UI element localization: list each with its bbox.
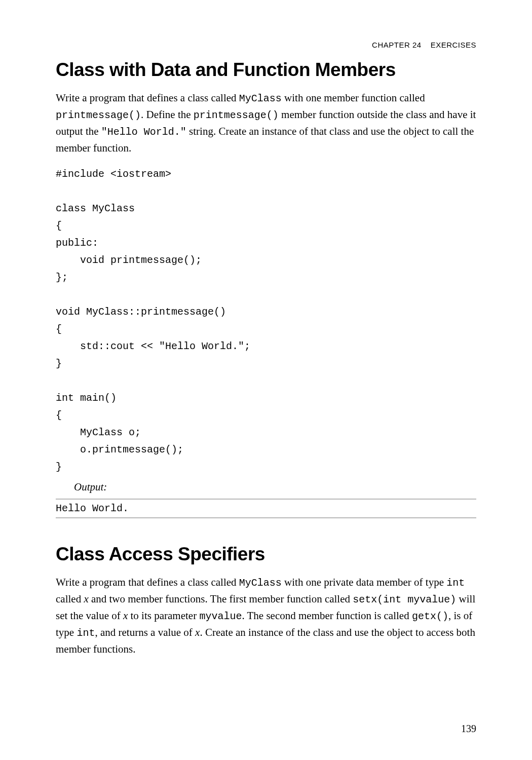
inline-code: MyClass	[239, 93, 282, 104]
text-fragment: Write a program that defines a class cal…	[56, 576, 239, 588]
page-number: 139	[461, 723, 476, 735]
inline-code: getx()	[412, 611, 448, 622]
text-fragment: to its parameter	[128, 610, 199, 622]
inline-code: int	[77, 627, 95, 639]
text-fragment: , and returns a value of	[95, 626, 195, 638]
header-chapter: CHAPTER 24	[372, 41, 422, 49]
inline-code: printmessage()	[194, 109, 279, 121]
section2-title: Class Access Specifiers	[56, 544, 476, 565]
inline-code: setx(int myvalue)	[353, 594, 456, 605]
page-container: CHAPTER 24EXERCISES Class with Data and …	[0, 0, 532, 760]
output-label: Output:	[74, 481, 476, 493]
text-fragment: Write a program that defines a class cal…	[56, 92, 239, 104]
text-fragment: with one private data member of type	[282, 576, 446, 588]
text-fragment: . The second member function is called	[242, 610, 412, 622]
italic-var: x	[123, 610, 128, 622]
inline-code: MyClass	[239, 577, 282, 589]
text-fragment: . Define the	[141, 108, 194, 121]
text-fragment: called	[56, 593, 84, 605]
running-header: CHAPTER 24EXERCISES	[56, 41, 476, 49]
italic-var: x	[84, 593, 88, 605]
text-fragment: and two member functions. The first memb…	[89, 593, 353, 605]
inline-code: "Hello World."	[101, 126, 186, 138]
section1-paragraph: Write a program that defines a class cal…	[56, 90, 476, 157]
inline-code: printmessage()	[56, 109, 141, 121]
inline-code: myvalue	[199, 611, 242, 622]
section1-title: Class with Data and Function Members	[56, 59, 476, 81]
inline-code: int	[446, 577, 465, 589]
output-block: Hello World.	[56, 499, 476, 518]
header-section: EXERCISES	[431, 41, 476, 49]
output-text: Hello World.	[56, 503, 129, 514]
text-fragment: with one member function called	[282, 92, 425, 104]
section2-paragraph: Write a program that defines a class cal…	[56, 574, 476, 658]
section1-code-block: #include <iostream> class MyClass { publ…	[56, 166, 476, 476]
